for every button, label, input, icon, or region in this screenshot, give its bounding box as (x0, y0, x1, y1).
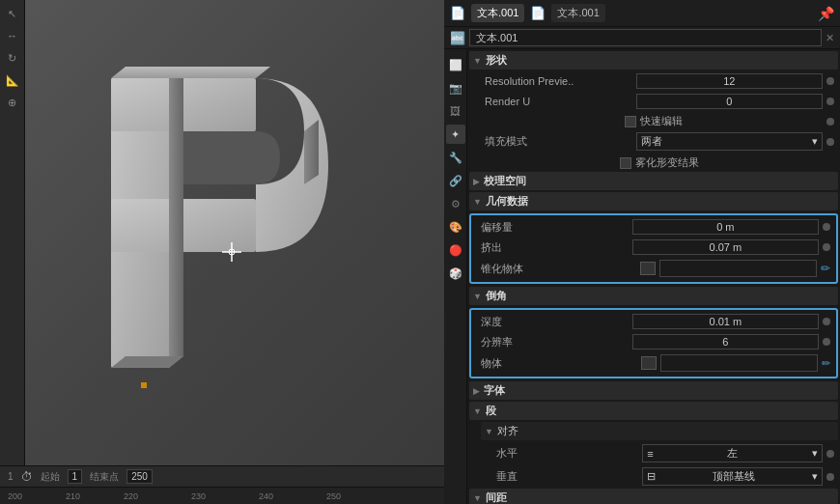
tab-text-001-first[interactable]: 文本.001 (471, 4, 524, 22)
extrude-value[interactable]: 0.07 m (632, 239, 819, 255)
panel-header: 📄 文本.001 📄 文本.001 📌 (444, 0, 840, 27)
end-value[interactable]: 250 (126, 469, 153, 484)
ruler-mark-200: 200 (8, 491, 22, 501)
tool-icon-select[interactable]: ↖ (3, 4, 22, 23)
object-icon[interactable]: 🎲 (446, 264, 465, 283)
end-label: 结束点 (90, 470, 119, 484)
constraints-icon[interactable]: 🔴 (446, 240, 465, 260)
horizontal-dropdown[interactable]: ≡ 左 ▾ (642, 444, 823, 462)
horizontal-align-row: 水平 ≡ 左 ▾ (481, 442, 838, 464)
dropdown-arrow: ▾ (812, 135, 818, 148)
solidify-label: 锥化物体 (481, 262, 636, 276)
scene-icon[interactable]: ⬜ (446, 55, 465, 74)
output-icon[interactable]: 🖼 (446, 101, 465, 121)
geometry-section-header[interactable]: ▼ 几何数据 (469, 192, 838, 210)
spacing-section-header[interactable]: ▼ 间距 (469, 489, 838, 504)
start-value[interactable]: 1 (68, 469, 83, 484)
solidify-pencil-icon[interactable]: ✏ (821, 262, 830, 275)
solidify-swatch[interactable] (640, 262, 656, 275)
ruler-mark-250: 250 (326, 491, 341, 501)
bevel-object-swatch[interactable] (641, 356, 657, 370)
font-section-header[interactable]: ▶ 字体 (469, 381, 838, 400)
tool-icon-rotate[interactable]: ↻ (3, 48, 22, 68)
correction-space-header[interactable]: ▶ 校理空间 (469, 172, 838, 190)
tab-text-001-second[interactable]: 文本.001 (551, 4, 604, 22)
offset-label: 偏移量 (481, 220, 629, 235)
vertical-dot[interactable] (826, 473, 834, 481)
vertical-arrow: ▾ (812, 470, 818, 483)
tool-icon-scale[interactable]: 📐 (3, 70, 22, 90)
tool-icon-move[interactable]: ↔ (3, 26, 22, 45)
extrude-dot[interactable] (823, 243, 830, 251)
bevel-object-label: 物体 (481, 356, 637, 371)
render-u-value[interactable]: 0 (636, 94, 823, 109)
play-button[interactable]: ⏱ (21, 470, 33, 484)
depth-dot[interactable] (823, 318, 830, 325)
resolution-preview-value[interactable]: 12 (636, 73, 823, 89)
fast-edit-row: 快速编辑 (469, 112, 838, 130)
start-label: 起始 (41, 470, 60, 484)
extrude-label: 挤出 (481, 240, 629, 255)
fill-mode-dot[interactable] (826, 138, 834, 146)
offset-value[interactable]: 0 m (632, 219, 819, 235)
svg-marker-4 (111, 67, 270, 78)
font-arrow: ▶ (473, 386, 480, 396)
fast-edit-dot[interactable] (826, 118, 834, 126)
data-icon[interactable]: ✦ (446, 125, 465, 144)
bevel-section-header[interactable]: ▼ 倒角 (469, 287, 838, 305)
panel-body: ⬜ 📷 🖼 ✦ 🔧 🔗 ⚙ 🎨 🔴 🎲 ▼ 形状 Resolu (444, 49, 840, 504)
align-section-header[interactable]: ▼ 对齐 (481, 422, 838, 440)
resolution-preview-dot[interactable] (826, 77, 834, 85)
physics-icon[interactable]: ⚙ (446, 194, 465, 213)
solidify-row: 锥化物体 ✏ (473, 258, 834, 279)
timeline-ruler: 200 210 220 230 240 250 (0, 487, 444, 504)
properties-icon-bar: ⬜ 📷 🖼 ✦ 🔧 🔗 ⚙ 🎨 🔴 🎲 (444, 49, 467, 504)
horizontal-icon: ≡ (647, 448, 653, 460)
geometry-title: 几何数据 (486, 194, 528, 209)
deform-checkbox[interactable] (620, 157, 631, 169)
fast-edit-label: 快速编辑 (640, 114, 683, 128)
material-icon[interactable]: 🎨 (446, 217, 465, 237)
particle-icon[interactable]: 🔗 (446, 171, 465, 190)
bevel-eyedropper-icon[interactable]: ✏ (822, 357, 830, 370)
render-icon[interactable]: 📷 (446, 78, 465, 98)
fast-edit-checkbox[interactable] (625, 116, 636, 127)
vertical-icon: ⊟ (647, 470, 656, 483)
geometry-blue-section: 偏移量 0 m 挤出 0.07 m 锥化物体 ✏ (469, 213, 838, 284)
shape-section-header[interactable]: ▼ 形状 (469, 51, 838, 70)
modifier-icon[interactable]: 🔧 (446, 148, 465, 167)
bevel-resolution-label: 分辨率 (481, 335, 629, 350)
offset-dot[interactable] (823, 223, 830, 231)
fill-mode-row: 填充模式 两者 ▾ (469, 130, 838, 153)
shape-arrow: ▼ (473, 56, 482, 66)
bevel-resolution-row: 分辨率 6 (473, 332, 834, 351)
ruler-mark-220: 220 (124, 491, 138, 501)
bevel-arrow: ▼ (473, 292, 482, 301)
bevel-title: 倒角 (486, 289, 507, 303)
resolution-preview-row: Resolution Previe.. 12 (469, 71, 838, 91)
bevel-resolution-value[interactable]: 6 (632, 334, 819, 350)
horizontal-value: 左 (727, 446, 738, 461)
horizontal-arrow: ▾ (812, 447, 818, 460)
depth-value[interactable]: 0.01 m (632, 314, 819, 329)
render-u-label: Render U (485, 96, 632, 107)
render-u-row: Render U 0 (469, 92, 838, 111)
close-icon[interactable]: ✕ (826, 32, 834, 44)
properties-content: ▼ 形状 Resolution Previe.. 12 Render U 0 (467, 49, 840, 504)
object-name-input[interactable] (469, 29, 822, 46)
bevel-resolution-dot[interactable] (823, 338, 830, 346)
horizontal-dot[interactable] (826, 450, 834, 458)
font-title: 字体 (484, 383, 505, 398)
render-u-dot[interactable] (826, 98, 834, 105)
frame-number: 1 (8, 471, 14, 482)
vertical-value: 顶部基线 (713, 469, 755, 484)
viewport-canvas[interactable] (25, 0, 444, 465)
tool-icon-add[interactable]: ⊕ (3, 93, 22, 112)
pin-button[interactable]: 📌 (818, 6, 834, 21)
shape-title: 形状 (486, 53, 507, 68)
fill-mode-dropdown[interactable]: 两者 ▾ (636, 132, 823, 151)
ruler-mark-230: 230 (191, 491, 206, 501)
paragraph-section-header[interactable]: ▼ 段 (469, 402, 838, 420)
vertical-dropdown[interactable]: ⊟ 顶部基线 ▾ (642, 467, 823, 486)
bevel-object-row: 物体 ✏ (473, 352, 834, 374)
